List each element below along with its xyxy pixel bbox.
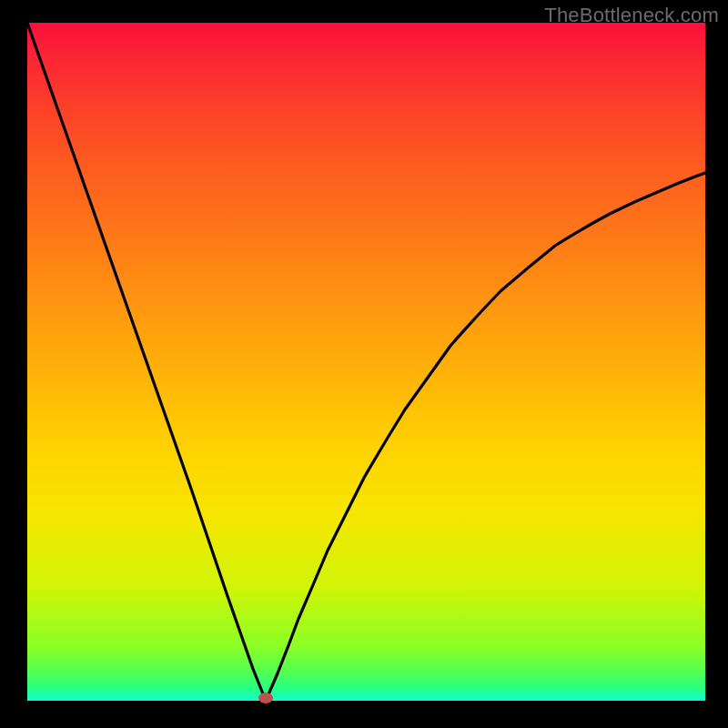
bottleneck-curve [27, 23, 705, 701]
chart-plot-area [27, 23, 705, 701]
chart-svg [27, 23, 705, 701]
marker-dot [258, 693, 273, 703]
